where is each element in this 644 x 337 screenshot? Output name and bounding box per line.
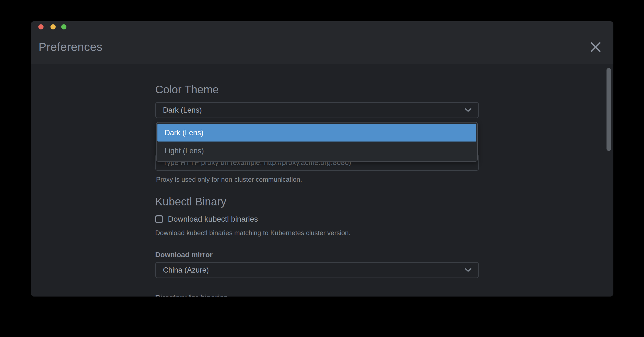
color-theme-dropdown-menu: Dark (Lens) Light (Lens) (156, 122, 478, 162)
titlebar[interactable]: Preferences (31, 21, 613, 64)
zoom-traffic-light-button[interactable] (61, 24, 66, 29)
dropdown-option-light-lens[interactable]: Light (Lens) (157, 142, 476, 160)
close-traffic-light-button[interactable] (38, 24, 44, 29)
scrollbar-thumb[interactable] (607, 68, 611, 151)
preferences-content: Color Theme Dark (Lens) Dark (Lens) Ligh… (31, 64, 613, 297)
directory-for-binaries-label: Directory for binaries (155, 293, 228, 297)
desktop-background: Preferences Color Theme Dark (Lens) (0, 0, 644, 337)
preferences-window: Preferences Color Theme Dark (Lens) (31, 21, 613, 297)
close-button[interactable] (589, 41, 602, 54)
download-mirror-label: Download mirror (155, 251, 213, 259)
kubectl-helper-text: Download kubectl binaries matching to Ku… (155, 229, 350, 237)
color-theme-select[interactable]: Dark (Lens) (155, 102, 479, 118)
color-theme-select-value: Dark (Lens) (163, 106, 202, 115)
color-theme-heading: Color Theme (155, 83, 219, 96)
download-kubectl-checkbox-row[interactable]: Download kubectl binaries (155, 215, 258, 224)
download-mirror-select-value: China (Azure) (163, 266, 209, 275)
download-mirror-select[interactable]: China (Azure) (155, 262, 479, 278)
chevron-down-icon (465, 268, 472, 272)
download-kubectl-checkbox-label: Download kubectl binaries (168, 215, 258, 224)
dropdown-option-label: Dark (Lens) (165, 129, 203, 137)
dropdown-option-dark-lens[interactable]: Dark (Lens) (157, 124, 476, 142)
checkbox-unchecked-icon[interactable] (155, 215, 163, 223)
chevron-down-icon (465, 108, 472, 112)
kubectl-binary-heading: Kubectl Binary (155, 195, 226, 208)
close-icon (590, 41, 602, 54)
page-title: Preferences (39, 40, 103, 54)
proxy-helper-text: Proxy is used only for non-cluster commu… (156, 176, 302, 183)
dropdown-option-label: Light (Lens) (165, 147, 204, 155)
minimize-traffic-light-button[interactable] (50, 24, 56, 29)
